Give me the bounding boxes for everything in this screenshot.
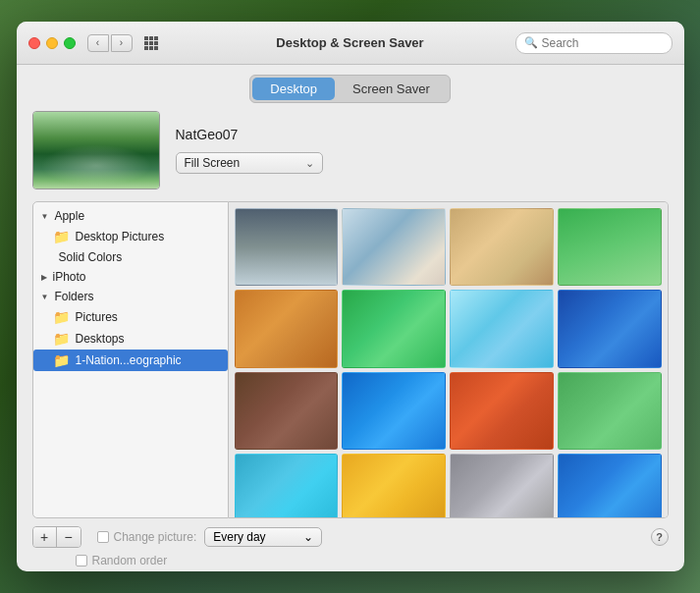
sidebar-item-desktop-pictures[interactable]: 📁 Desktop Pictures [33, 226, 228, 247]
grid-icon [144, 36, 158, 50]
thumbnail-10[interactable] [450, 372, 554, 450]
search-input[interactable] [542, 36, 664, 50]
folder-gray-icon: 📁 [53, 352, 70, 368]
content-area: NatGeo07 Fill Screen ⌄ ▼ Apple 📁 Desktop… [17, 111, 684, 571]
change-picture-check[interactable]: Change picture: [97, 530, 197, 544]
close-button[interactable] [28, 37, 40, 49]
thumbnail-6[interactable] [450, 290, 554, 367]
thumbnail-9[interactable] [342, 372, 446, 450]
fill-dropdown[interactable]: Fill Screen ⌄ [176, 152, 323, 174]
add-remove-buttons: + − [32, 526, 81, 548]
change-interval-label: Every day [213, 530, 265, 544]
thumbnail-0[interactable] [235, 208, 339, 286]
tab-group: Desktop Screen Saver [249, 75, 450, 103]
thumbnail-7[interactable] [558, 290, 662, 367]
folder-icon: 📁 [53, 331, 70, 347]
grid-view-button[interactable] [140, 34, 162, 52]
main-panel: ▼ Apple 📁 Desktop Pictures Solid Colors … [32, 201, 669, 518]
window-title: Desktop & Screen Saver [276, 35, 423, 50]
minimize-button[interactable] [46, 37, 58, 49]
sidebar-item-solid-colors[interactable]: Solid Colors [33, 247, 228, 267]
sidebar-item-solid-colors-label: Solid Colors [59, 250, 123, 264]
random-order-label: Random order [92, 554, 168, 567]
nav-buttons: ‹ › [87, 34, 133, 52]
titlebar: ‹ › Desktop & Screen Saver 🔍 [17, 22, 684, 65]
picture-grid-container [229, 201, 669, 518]
wallpaper-info: NatGeo07 Fill Screen ⌄ [176, 127, 323, 174]
sidebar-section-iphoto[interactable]: ▶ iPhoto [33, 267, 228, 287]
bottom-second-row: Random order [32, 554, 669, 571]
folder-icon: 📁 [53, 229, 70, 244]
bottom-bar: + − Change picture: Every day ⌄ ? [32, 518, 669, 554]
thumbnail-12[interactable] [235, 454, 339, 518]
thumbnail-13[interactable] [342, 454, 446, 518]
tab-bar: Desktop Screen Saver [17, 65, 684, 111]
thumbnail-11[interactable] [558, 372, 662, 450]
current-wallpaper-row: NatGeo07 Fill Screen ⌄ [32, 111, 669, 189]
tab-screen-saver[interactable]: Screen Saver [335, 78, 448, 100]
maximize-button[interactable] [64, 37, 76, 49]
sidebar-item-desktop-pictures-label: Desktop Pictures [76, 230, 165, 243]
sidebar-item-desktops-label: Desktops [76, 332, 125, 346]
wallpaper-preview-image [33, 112, 159, 189]
thumbnail-8[interactable] [235, 372, 339, 450]
sidebar-item-desktops[interactable]: 📁 Desktops [33, 328, 228, 350]
remove-button[interactable]: − [57, 527, 81, 547]
wallpaper-name: NatGeo07 [176, 127, 323, 142]
picture-grid [229, 202, 668, 518]
search-box[interactable]: 🔍 [515, 32, 673, 54]
sidebar-item-pictures[interactable]: 📁 Pictures [33, 306, 228, 328]
sidebar-section-apple[interactable]: ▼ Apple [33, 206, 228, 226]
change-picture-checkbox[interactable] [97, 531, 109, 543]
sidebar-item-natgeo-label: 1-Nation...eographic [76, 353, 182, 367]
folder-icon: 📁 [53, 309, 70, 325]
wallpaper-preview [32, 111, 160, 189]
sidebar-section-apple-label: Apple [54, 209, 84, 223]
change-interval-dropdown[interactable]: Every day ⌄ [204, 527, 322, 547]
random-order-checkbox[interactable] [76, 555, 87, 566]
back-button[interactable]: ‹ [87, 34, 109, 52]
thumbnail-5[interactable] [342, 290, 446, 367]
tab-desktop[interactable]: Desktop [252, 78, 335, 100]
sidebar-section-folders[interactable]: ▼ Folders [33, 287, 228, 306]
add-button[interactable]: + [33, 527, 57, 547]
search-icon: 🔍 [524, 36, 538, 49]
sidebar-item-natgeo[interactable]: 📁 1-Nation...eographic [33, 350, 228, 371]
traffic-lights [28, 37, 76, 49]
thumbnail-1[interactable] [342, 208, 446, 286]
sidebar-section-folders-label: Folders [54, 290, 93, 303]
chevron-down-icon: ⌄ [305, 157, 314, 170]
disclosure-triangle-iphoto: ▶ [41, 273, 47, 282]
thumbnail-15[interactable] [558, 454, 662, 518]
desktop-screen-saver-window: ‹ › Desktop & Screen Saver 🔍 Desktop Scr… [17, 22, 684, 571]
thumbnail-14[interactable] [450, 454, 554, 518]
thumbnail-2[interactable] [450, 208, 554, 286]
sidebar: ▼ Apple 📁 Desktop Pictures Solid Colors … [32, 201, 229, 518]
thumbnail-3[interactable] [558, 208, 662, 286]
thumbnail-4[interactable] [235, 290, 339, 367]
fill-dropdown-text: Fill Screen [185, 156, 241, 170]
disclosure-triangle-apple: ▼ [41, 212, 49, 221]
disclosure-triangle-folders: ▼ [41, 293, 49, 301]
sidebar-item-pictures-label: Pictures [76, 310, 118, 324]
change-picture-label: Change picture: [114, 530, 197, 544]
help-button[interactable]: ? [651, 528, 669, 546]
sidebar-section-iphoto-label: iPhoto [53, 270, 86, 284]
forward-button[interactable]: › [111, 34, 133, 52]
random-order-check[interactable]: Random order [76, 554, 168, 567]
chevron-down-icon: ⌄ [303, 530, 313, 544]
